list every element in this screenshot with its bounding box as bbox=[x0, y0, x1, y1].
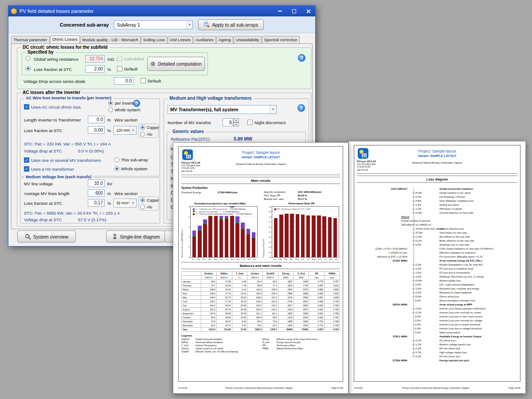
balances-row: December63.233.723.2776.264.7146013930.7… bbox=[182, 324, 340, 328]
tab-spectral-correction[interactable]: Spectral correction bbox=[262, 36, 300, 43]
legend-row: PRPerformance Ratio bbox=[262, 344, 340, 347]
dc-default-checkbox[interactable]: ✓Default bbox=[117, 66, 137, 71]
loss-row: efficiency at STC = 21.50%PV conversion,… bbox=[358, 254, 516, 258]
chevron-down-icon[interactable]: ▼ bbox=[129, 199, 136, 207]
report1-header: PVsyst V8.0.18 VC3, Simulation date: 17/… bbox=[181, 149, 340, 175]
legends-title: Legends bbox=[181, 334, 340, 337]
this-subarray-radio[interactable]: This sub-array bbox=[114, 157, 148, 162]
maximize-button[interactable] bbox=[287, 6, 301, 16]
ac-wire-help-icon[interactable]: ? bbox=[133, 100, 140, 107]
ac-loss-input[interactable] bbox=[88, 126, 105, 134]
night-disconnect-checkbox[interactable]: ✓Night disconnect bbox=[247, 120, 286, 125]
balances-table: GlobHorDiffHorT_AmbGlobIncGlobEffEArrayE… bbox=[181, 271, 340, 332]
loss-row: ↘ -0.2%MV line ohmic loss bbox=[358, 346, 516, 350]
ac-vdrop-label: Voltage drop at STC bbox=[24, 149, 62, 153]
inv-length-input[interactable] bbox=[88, 116, 105, 123]
dialog-titlebar[interactable]: PV field detailed losses parameter bbox=[8, 6, 315, 16]
uses-ac-checkbox[interactable]: ✓Uses AC circuit ohmic loss bbox=[24, 104, 81, 110]
minimize-button[interactable] bbox=[273, 6, 287, 16]
whole-system2-radio[interactable]: Whole system bbox=[114, 166, 148, 171]
mv-copper-radio[interactable]: Copper bbox=[140, 198, 159, 203]
subarray-combo-value: SubArray 1 bbox=[117, 22, 140, 27]
variant-title: Variant: SAMPLE LAYOUT bbox=[208, 156, 313, 159]
whole-system-radio[interactable]: whole system bbox=[108, 107, 141, 112]
mv-alu-radio[interactable]: Alu bbox=[140, 204, 152, 209]
diode-input[interactable] bbox=[114, 77, 133, 85]
loss-fraction-input[interactable] bbox=[85, 65, 105, 73]
wire-section-label: Wire section bbox=[114, 117, 137, 122]
dc-help-icon[interactable]: ? bbox=[298, 54, 305, 62]
pvsyst-logo bbox=[358, 148, 368, 159]
chart-legend: Lc : Collection Loss (PV-array losses)0.… bbox=[192, 207, 253, 216]
diode-default-checkbox[interactable]: ✓Default bbox=[141, 78, 161, 83]
mv-wire-section-combo[interactable]: 35 mm²▼ bbox=[113, 199, 137, 207]
global-wiring-input[interactable] bbox=[85, 55, 105, 63]
mv-wire-section-label: Wire section bbox=[114, 191, 137, 196]
chevron-down-icon[interactable]: ▼ bbox=[186, 21, 192, 29]
loss-fraction-label: Loss fraction at STC bbox=[34, 67, 72, 72]
loss-row: (1290 + 0.79 × 74.5) kWh/m²5.9% Global i… bbox=[358, 246, 516, 250]
global-wiring-radio[interactable] bbox=[26, 56, 31, 61]
transformers-help-icon[interactable]: ? bbox=[297, 104, 305, 112]
calculated-checkbox[interactable]: ✓Calculated bbox=[117, 56, 144, 61]
system-overview-button[interactable]: System overview bbox=[17, 231, 76, 243]
footer-date: 17/11/25 bbox=[178, 387, 187, 389]
loss-row: Global incident on ground bbox=[358, 219, 516, 223]
loss-diagram: 1313 kWh/m²Global horizontal irradiation… bbox=[357, 185, 517, 362]
mv-loss-label: Loss fraction at STC bbox=[24, 201, 62, 206]
tab-soiling-loss[interactable]: Soiling Loss bbox=[141, 36, 167, 43]
magnifier-icon bbox=[25, 234, 31, 240]
apply-all-button[interactable]: Apply to all sub-arrays bbox=[198, 20, 264, 30]
tab-auxiliaries[interactable]: Auxiliaries bbox=[193, 36, 216, 43]
chart-plot: Lc : Collection Loss (PV-array losses)0.… bbox=[190, 206, 258, 258]
mv-count-input[interactable] bbox=[223, 118, 233, 126]
tab-thermal-parameter[interactable]: Thermal parameter bbox=[11, 36, 50, 43]
mv-loss-input[interactable] bbox=[88, 199, 105, 207]
tab-unavailability[interactable]: Unavailability bbox=[234, 36, 262, 43]
mv-voltage-input[interactable] bbox=[88, 180, 105, 187]
tab-ageing[interactable]: Ageing bbox=[216, 36, 233, 43]
wire-section-combo[interactable]: 120 mm²▼ bbox=[113, 126, 137, 135]
close-button[interactable] bbox=[301, 6, 315, 16]
loss-row: Bifacial bbox=[358, 215, 516, 219]
loss-row: 31261 MWhArray nominal energy (at STC ef… bbox=[358, 258, 516, 262]
mv-line-title: Medium Voltage line (each transfo) bbox=[24, 175, 93, 179]
report2-content: PVsyst V8.0.18 VC3, Simulation date: 17/… bbox=[354, 145, 520, 382]
reference-pac-value: 5.89 MW bbox=[234, 136, 252, 141]
copper-radio[interactable]: Copper bbox=[140, 125, 159, 130]
report-page-main-results: PVsyst V8.0.18 VC3, Simulation date: 17/… bbox=[173, 142, 348, 394]
single-line-diagram-icon bbox=[112, 234, 118, 240]
loss-row: 28534 MWhArray virtual energy at MPP bbox=[358, 302, 516, 306]
chevron-down-icon[interactable]: ▼ bbox=[270, 106, 276, 113]
spin-up-icon[interactable]: ▲ bbox=[233, 118, 239, 122]
loss-row: ↗ +1.4%Sky diffuse on the rear side bbox=[358, 235, 516, 239]
single-line-diagram-button[interactable]: Single-line diagram bbox=[106, 231, 165, 243]
subarray-combo[interactable]: SubArray 1 ▼ bbox=[114, 20, 193, 29]
dc-losses-group: DC circuit: ohmic losses for the subfiel… bbox=[17, 47, 311, 89]
mv-conductor-panel: Copper Alu bbox=[138, 196, 159, 211]
mv-length-input[interactable] bbox=[88, 189, 105, 197]
transformer-combo[interactable]: MV Transformer(s), full system▼ bbox=[168, 105, 277, 114]
alu-radio[interactable]: Alu bbox=[140, 132, 152, 137]
loss-fraction-radio[interactable] bbox=[26, 66, 31, 71]
legend-row: DiffHorHorizontal diffuse irradiation bbox=[181, 341, 259, 344]
balances-row: October95.548.6314.50106.495.6213320430.… bbox=[182, 316, 340, 320]
balances-row: September114.559.9620.40121.1111.1246223… bbox=[182, 312, 340, 316]
tab-module-quality-lid-mismatch[interactable]: Module quality - LID - Mismatch bbox=[80, 36, 141, 43]
tab-ohmic-losses[interactable]: Ohmic Losses bbox=[50, 35, 80, 44]
per-inverter-radio[interactable]: per inverter bbox=[108, 101, 136, 106]
chevron-down-icon[interactable]: ▼ bbox=[129, 126, 136, 134]
uses-mv-checkbox[interactable]: ✓Uses one or several MV transformers bbox=[24, 157, 101, 163]
chart-legend: PR : Performance Ratio (Yf / Yr) : 0.827 bbox=[274, 207, 312, 211]
mv-line-group: Medium Voltage line (each transfo) MV li… bbox=[20, 177, 160, 223]
mv-count-spinner[interactable]: ▲▼ bbox=[223, 118, 239, 126]
loss-row: ↘ -1.2%PV loss due to irradiance level bbox=[358, 266, 516, 270]
detailed-computation-button[interactable]: Detailed computation bbox=[147, 57, 205, 71]
loss-row: ↘ -37.9%View Factor for rear side bbox=[358, 231, 516, 235]
loss-row: 1313 kWh/m²Global horizontal irradiation bbox=[358, 187, 516, 191]
tab-iam-losses[interactable]: IAM Losses bbox=[168, 36, 193, 43]
uses-hv-checkbox[interactable]: ✓Uses a HV transformer bbox=[24, 166, 74, 172]
spin-down-icon[interactable]: ▼ bbox=[233, 122, 239, 126]
transformers-title: Medium and High voltage transformers bbox=[168, 96, 254, 101]
system-production-block: System Production Produced Energy27289 M… bbox=[181, 186, 340, 201]
